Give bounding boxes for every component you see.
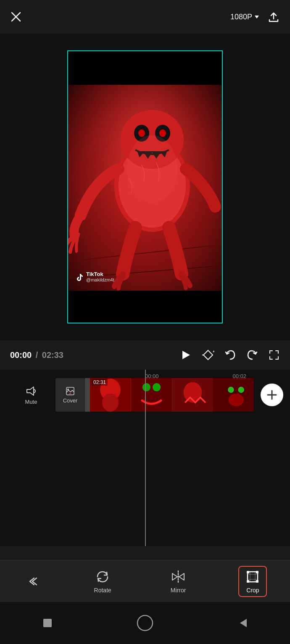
mirror-label: Mirror <box>171 587 186 594</box>
svg-point-34 <box>228 394 243 406</box>
crop-button[interactable]: Crop <box>238 566 267 597</box>
mirror-button[interactable]: Mirror <box>164 566 193 597</box>
monster-svg <box>68 85 222 291</box>
svg-rect-48 <box>247 580 249 583</box>
undo-button[interactable] <box>224 349 236 361</box>
svg-marker-38 <box>172 573 177 580</box>
svg-marker-52 <box>240 619 247 627</box>
tiktok-watermark: TikTok @makildzm4t <box>74 271 114 282</box>
video-strip-inner: 02:31 <box>85 378 254 412</box>
time-total: 02:33 <box>42 350 63 360</box>
video-strip: 02:31 <box>85 378 290 412</box>
top-bar: 1080P <box>0 0 290 34</box>
crop-label: Crop <box>246 587 259 594</box>
time-sep: / <box>33 350 40 360</box>
fullscreen-button[interactable] <box>268 349 280 361</box>
system-back-button[interactable] <box>236 616 249 630</box>
svg-point-13 <box>127 135 177 202</box>
video-frame: TikTok @makildzm4t <box>67 50 223 323</box>
redo-button[interactable] <box>246 349 258 361</box>
svg-marker-19 <box>27 387 34 395</box>
rotate-button[interactable]: Rotate <box>87 566 118 597</box>
svg-text:+: + <box>213 350 214 354</box>
rotate-label: Rotate <box>94 587 111 594</box>
svg-rect-49 <box>256 580 258 583</box>
tiktok-text-block: TikTok @makildzm4t <box>86 271 114 282</box>
close-button[interactable] <box>10 11 22 23</box>
bottom-toolbar: Rotate Mirror Crop <box>0 560 290 602</box>
resolution-button[interactable]: 1080P <box>230 13 259 21</box>
keyframe-button[interactable]: + <box>202 349 214 361</box>
svg-point-12 <box>159 129 166 137</box>
cover-button[interactable]: Cover <box>55 378 85 412</box>
timeline-area: 00:00 00:02 00:04 Mute Cover <box>0 370 290 546</box>
cover-label: Cover <box>63 397 78 404</box>
toolbar-back-button[interactable] <box>23 572 42 591</box>
svg-point-33 <box>238 387 244 393</box>
svg-line-41 <box>250 574 256 580</box>
time-display: 00:00 / 02:33 <box>10 350 63 360</box>
tiktok-brand: TikTok <box>86 271 114 277</box>
svg-point-11 <box>138 129 145 137</box>
mute-button[interactable]: Mute <box>10 385 52 405</box>
svg-point-25 <box>102 393 119 412</box>
top-bar-right: 1080P <box>230 11 280 23</box>
strip-frames: 02:31 <box>90 378 254 412</box>
add-clip-button[interactable] <box>261 384 283 406</box>
svg-rect-46 <box>247 571 249 573</box>
strip-frame-2 <box>131 378 172 412</box>
export-button[interactable] <box>267 11 280 23</box>
svg-rect-50 <box>43 619 52 627</box>
svg-marker-16 <box>203 350 213 360</box>
svg-rect-26 <box>131 378 172 412</box>
timeline-cursor <box>145 370 146 546</box>
system-home-button[interactable] <box>136 614 154 632</box>
system-stop-button[interactable] <box>41 616 54 630</box>
time-current: 00:00 <box>10 350 32 360</box>
strip-timestamp: 02:31 <box>92 379 108 386</box>
system-nav <box>0 602 290 644</box>
tiktok-handle: @makildzm4t <box>86 277 114 282</box>
svg-point-27 <box>142 383 150 391</box>
svg-marker-39 <box>179 573 184 580</box>
svg-point-22 <box>67 389 69 390</box>
controls-buttons: + <box>179 349 280 361</box>
resolution-label: 1080P <box>230 13 252 21</box>
play-button[interactable] <box>179 349 192 361</box>
preview-area: TikTok @makildzm4t <box>0 34 290 340</box>
svg-point-28 <box>153 383 161 391</box>
svg-point-32 <box>228 387 234 393</box>
strip-frame-3 <box>172 378 213 412</box>
svg-rect-47 <box>256 571 258 573</box>
video-black-bottom <box>68 291 222 323</box>
controls-row: 00:00 / 02:33 + <box>0 340 290 370</box>
video-content: TikTok @makildzm4t <box>68 85 222 291</box>
tiktok-logo-icon <box>74 272 84 281</box>
svg-marker-15 <box>182 351 190 359</box>
mute-label: Mute <box>25 399 37 405</box>
chevron-down-icon <box>255 16 259 18</box>
strip-frame-4 <box>213 378 254 412</box>
video-black-top <box>68 51 222 85</box>
strip-divider <box>85 378 90 412</box>
svg-point-51 <box>137 615 153 631</box>
